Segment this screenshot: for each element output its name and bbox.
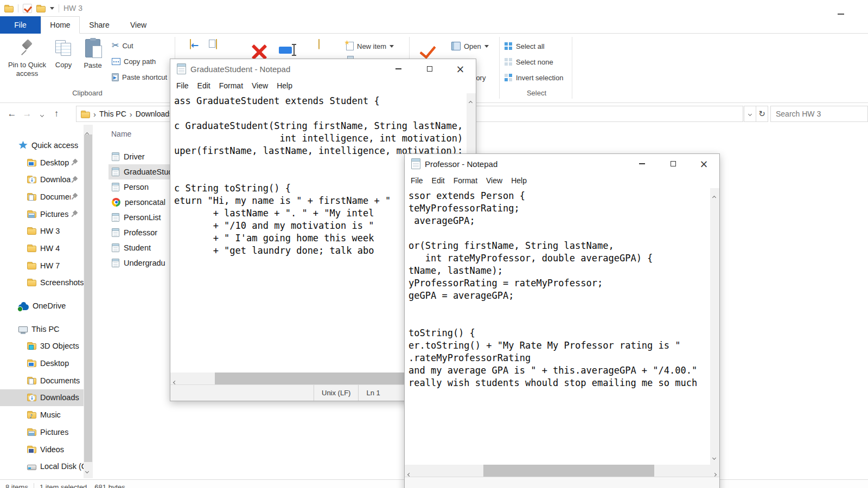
menu-item[interactable]: File [406,176,427,185]
menu-item[interactable]: Format [449,176,482,185]
copy-button[interactable]: Copy [51,38,76,69]
sidebar-item[interactable]: This PC [0,320,84,338]
separator [18,4,18,12]
sidebar-item[interactable]: Documents [0,372,84,389]
sidebar-item[interactable]: Documents [0,188,84,206]
move-to-icon: ← [190,40,191,49]
invert-selection-button[interactable]: Invert selection [505,72,563,84]
scroll-down-icon[interactable] [86,465,88,475]
sidebar-item[interactable]: Desktop [0,154,84,171]
sidebar-item[interactable]: HW 4 [0,240,84,257]
rename-icon [279,44,298,56]
open-check-icon [423,42,432,60]
code-line: averageGPA; [409,215,710,227]
titlebar[interactable]: Professor - Notepad × [405,154,719,174]
folder-icon[interactable] [4,6,14,12]
code-line: really wish students whould stop emailin… [409,377,710,389]
sidebar-item[interactable]: Screenshots [0,274,84,292]
tab-view[interactable]: View [119,16,158,34]
scrollbar-thumb[interactable] [483,465,654,477]
cut-button[interactable]: ✂ Cut [112,40,133,52]
tab-home[interactable]: Home [41,16,80,34]
code-line: toString() { [409,327,710,339]
tab-file[interactable]: File [0,16,41,34]
sidebar-item[interactable]: Pictures [0,423,84,441]
properties-check-icon[interactable] [23,4,32,13]
sidebar-scrollbar[interactable] [84,125,93,478]
menu-item[interactable]: View [482,176,507,185]
quick-access-toolbar-dropdown-icon[interactable] [50,7,54,10]
pin-to-quick-access-button[interactable]: Pin to Quick access [8,38,47,78]
sidebar-item[interactable]: Pictures [0,206,84,223]
column-header-name[interactable]: Name [111,130,131,138]
horizontal-scrollbar[interactable] [405,465,719,477]
titlebar[interactable]: GraduateStudent - Notepad × [170,59,476,79]
sidebar-item[interactable]: Local Disk (C [0,458,84,475]
scroll-up-icon[interactable] [469,97,472,106]
sidebar-item[interactable]: Videos [0,441,84,458]
close-button[interactable]: × [688,154,719,174]
sidebar-item[interactable]: Desktop [0,355,84,372]
search-input[interactable] [770,106,868,122]
disk-icon [27,465,36,470]
refresh-button[interactable]: ↻ [756,106,768,122]
scroll-down-icon[interactable] [713,452,716,461]
tab-share[interactable]: Share [80,16,119,34]
sidebar-item[interactable]: Music [0,406,84,423]
forward-button[interactable]: → [20,108,35,119]
address-dropdown-button[interactable] [744,106,756,122]
code-line: int intelligence, int motivation) [174,132,466,145]
menu-item[interactable]: View [247,81,272,90]
vertical-scrollbar[interactable] [710,188,719,465]
pin-icon [69,192,79,202]
sidebar-item[interactable]: HW 3 [0,222,84,240]
text-editor[interactable]: ssor extends Person {teMyProfessorRating… [405,188,710,465]
menu-item[interactable]: File [172,81,193,90]
maximize-button[interactable] [414,59,445,79]
minimize-button[interactable] [838,7,844,17]
folder-music-icon [27,412,36,419]
select-all-button[interactable]: Select all [505,40,545,52]
sidebar-item[interactable]: 3D Objects [0,338,84,355]
open-button[interactable]: Open [451,40,489,52]
scrollbar-thumb[interactable] [84,134,92,462]
minimize-icon [838,14,844,15]
new-item-button[interactable]: New item [346,40,394,52]
sidebar-item[interactable]: Downloads [0,171,84,188]
menu-item[interactable]: Edit [193,81,215,90]
menu-item[interactable]: Edit [427,176,449,185]
sidebar-item[interactable]: Downloads [0,389,84,407]
menu-item[interactable]: Help [272,81,297,90]
select-none-button[interactable]: Select none [505,56,553,68]
paste-shortcut-button[interactable]: Paste shortcut [112,71,167,83]
sidebar-item[interactable]: OneDrive [0,297,84,314]
maximize-button[interactable] [658,154,688,174]
minimize-button[interactable] [627,154,658,174]
minimize-button[interactable] [383,59,414,79]
up-button[interactable]: ↑ [49,108,64,119]
move-to-button[interactable]: ← [190,41,191,49]
back-button[interactable]: ← [4,108,20,119]
invert-selection-icon [505,74,513,82]
menu-item[interactable]: Help [507,176,531,185]
scroll-up-icon[interactable] [713,191,716,201]
code-line: or(String firstName, String lastName, [409,240,710,252]
rename-button[interactable] [279,44,298,57]
breadcrumb-this-pc[interactable]: This PC [99,110,126,118]
breadcrumb-downloads[interactable]: Downloads [136,110,173,118]
close-button[interactable]: × [445,59,476,79]
recent-locations-dropdown-icon[interactable] [35,109,49,119]
window-title: GraduateStudent - Notepad [190,65,290,74]
copy-path-button[interactable]: Copy path [112,55,156,67]
code-line: ass GraduateStudent extends Student { [174,95,466,107]
sidebar-item[interactable]: HW 7 [0,257,84,274]
menu-item[interactable]: Format [215,81,247,90]
code-line: ssor extends Person { [409,190,710,202]
copy-to-button[interactable] [216,41,217,49]
sidebar-item[interactable]: Quick access [0,137,84,154]
new-folder-quick-icon[interactable] [36,6,46,12]
paste-button[interactable]: Paste [80,38,105,70]
new-folder-button[interactable] [318,41,320,49]
scrollbar-thumb[interactable] [215,373,410,384]
notefile-icon [112,152,119,161]
